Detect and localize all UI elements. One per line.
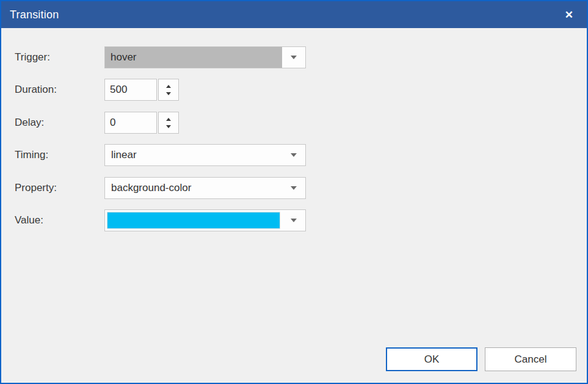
- trigger-label: Trigger:: [15, 46, 50, 68]
- property-value: background-color: [105, 178, 282, 198]
- close-icon[interactable]: ✕: [561, 7, 577, 23]
- delay-stepper: [158, 112, 179, 134]
- duration-stepper: [158, 79, 179, 101]
- property-dropdown[interactable]: background-color: [104, 177, 306, 199]
- dialog-title: Transition: [10, 9, 59, 21]
- ok-button[interactable]: OK: [386, 347, 477, 371]
- titlebar: Transition ✕: [1, 1, 587, 28]
- transition-dialog: Transition ✕ Trigger: hover Duration: De…: [0, 0, 588, 384]
- trigger-value: hover: [105, 47, 282, 68]
- chevron-down-icon[interactable]: [291, 56, 297, 59]
- delay-input[interactable]: [104, 112, 157, 134]
- chevron-down-icon[interactable]: [291, 219, 297, 222]
- spin-down-icon[interactable]: [166, 92, 171, 95]
- color-swatch: [107, 212, 280, 229]
- spin-down-icon[interactable]: [166, 125, 171, 128]
- chevron-down-icon[interactable]: [291, 186, 297, 190]
- cancel-button[interactable]: Cancel: [485, 347, 576, 371]
- timing-label: Timing:: [15, 144, 48, 166]
- property-label: Property:: [15, 177, 57, 199]
- duration-input[interactable]: [104, 79, 157, 101]
- value-color-dropdown[interactable]: [104, 209, 306, 231]
- delay-label: Delay:: [15, 112, 44, 134]
- chevron-down-icon[interactable]: [291, 153, 297, 157]
- spin-up-icon[interactable]: [166, 85, 171, 88]
- trigger-dropdown[interactable]: hover: [104, 46, 306, 68]
- timing-value: linear: [105, 145, 282, 165]
- timing-dropdown[interactable]: linear: [104, 144, 306, 166]
- value-label: Value:: [15, 209, 43, 231]
- spin-up-icon[interactable]: [166, 118, 171, 121]
- duration-label: Duration:: [15, 79, 57, 101]
